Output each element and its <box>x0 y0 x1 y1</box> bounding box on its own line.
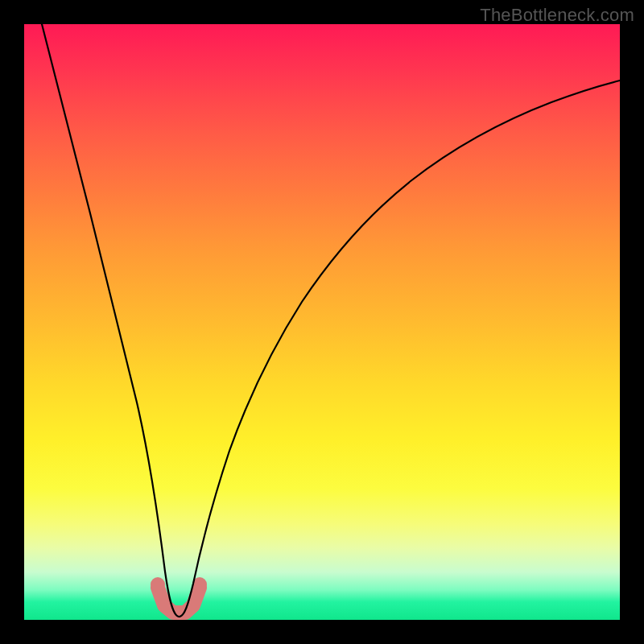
highlight-group <box>151 577 207 613</box>
highlight-dot-left <box>151 577 165 592</box>
watermark-text: TheBottleneck.com <box>480 5 634 26</box>
optimal-range-highlight <box>158 588 200 613</box>
bottleneck-curve <box>42 24 620 617</box>
bottleneck-chart <box>24 24 620 620</box>
